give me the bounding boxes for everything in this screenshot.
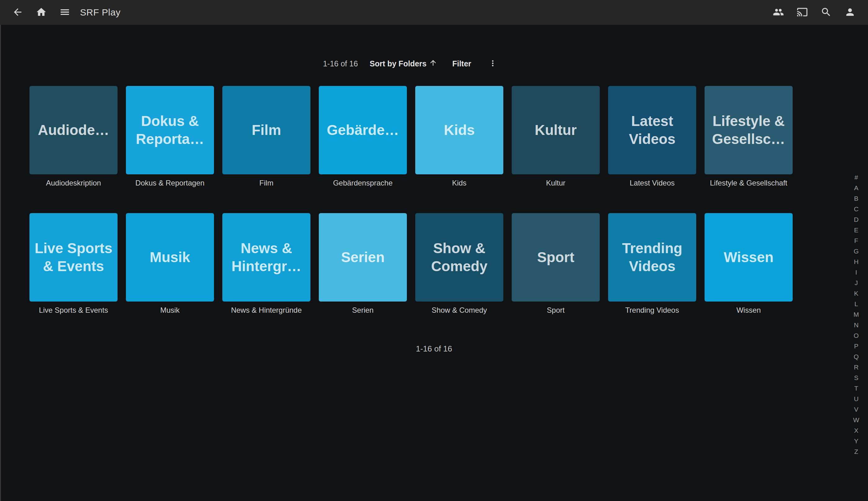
alphabet-letter[interactable]: J <box>848 278 864 288</box>
syncplay-button[interactable] <box>772 7 784 18</box>
alphabet-letter[interactable]: U <box>848 394 864 404</box>
alphabet-letter[interactable]: W <box>848 415 864 425</box>
alphabet-letter[interactable]: Y <box>848 436 864 446</box>
alphabet-letter[interactable]: H <box>848 257 864 267</box>
alphabet-letter[interactable]: V <box>848 404 864 415</box>
folder-cell: Trending Videos Trending Videos <box>608 213 696 340</box>
folder-tile[interactable]: Sport <box>512 213 600 301</box>
home-icon <box>36 7 47 19</box>
folder-tile[interactable]: Kultur <box>512 86 600 174</box>
folder-tile[interactable]: Musik <box>126 213 214 301</box>
back-button[interactable] <box>12 7 24 18</box>
folder-tile[interactable]: Gebärde… <box>319 86 407 174</box>
folder-label: Serien <box>352 306 373 315</box>
alphabet-letter[interactable]: Q <box>848 351 864 362</box>
folder-label: Show & Comedy <box>432 306 487 315</box>
user-button[interactable] <box>844 7 856 18</box>
folder-cell: Show & Comedy Show & Comedy <box>415 213 503 340</box>
folder-tile-title: Lifestyle & Gesellsc… <box>708 112 789 148</box>
arrow-up-icon <box>429 58 437 69</box>
folder-tile[interactable]: Live Sports & Events <box>30 213 118 301</box>
folder-label: Kultur <box>546 179 566 188</box>
home-button[interactable] <box>35 7 47 18</box>
alphabet-letter[interactable]: N <box>848 320 864 330</box>
alphabet-letter[interactable]: O <box>848 330 864 341</box>
folder-tile[interactable]: Lifestyle & Gesellsc… <box>705 86 793 174</box>
alphabet-letter[interactable]: C <box>848 204 864 214</box>
folder-tile-title: Kultur <box>535 121 576 139</box>
folder-tile[interactable]: Wissen <box>705 213 793 301</box>
alphabet-letter[interactable]: S <box>848 373 864 383</box>
folder-tile[interactable]: Serien <box>319 213 407 301</box>
alphabet-letter[interactable]: T <box>848 383 864 394</box>
more-options-button[interactable] <box>487 58 499 70</box>
folder-cell: Live Sports & Events Live Sports & Event… <box>30 213 118 340</box>
folder-cell: Kids Kids <box>415 86 503 213</box>
folder-cell: Lifestyle & Gesellsc… Lifestyle & Gesell… <box>705 86 793 213</box>
alphabet-letter[interactable]: R <box>848 362 864 373</box>
alphabet-letter[interactable]: P <box>848 341 864 351</box>
alphabet-letter[interactable]: A <box>848 183 864 193</box>
sort-button-label: Sort by Folders <box>370 59 426 68</box>
alphabet-letter[interactable]: D <box>848 214 864 225</box>
alphabet-letter[interactable]: I <box>848 267 864 278</box>
footer-item-count: 1-16 of 16 <box>0 342 868 355</box>
search-icon <box>821 7 832 19</box>
window-edge-line <box>0 25 1 501</box>
folder-cell: Film Film <box>223 86 311 213</box>
folder-label: Wissen <box>737 306 761 315</box>
folder-tile[interactable]: News & Hintergr… <box>223 213 311 301</box>
folder-label: Musik <box>160 306 180 315</box>
folder-tile[interactable]: Show & Comedy <box>415 213 503 301</box>
item-count-label: 1-16 of 16 <box>323 59 358 68</box>
folder-tile-title: Wissen <box>724 248 774 266</box>
folder-tile-title: Show & Comedy <box>419 239 500 276</box>
alphabet-letter[interactable]: Z <box>848 446 864 457</box>
folder-tile[interactable]: Audiode… <box>30 86 118 174</box>
folder-tile-title: Audiode… <box>38 121 109 139</box>
folder-tile-title: Musik <box>150 248 190 266</box>
filter-button[interactable]: Filter <box>449 57 474 70</box>
cast-button[interactable] <box>796 7 808 18</box>
alphabet-letter[interactable]: F <box>848 235 864 246</box>
folder-tile-title: Latest Videos <box>612 112 693 148</box>
alphabet-letter[interactable]: X <box>848 425 864 436</box>
alphabet-letter[interactable]: M <box>848 309 864 320</box>
sort-button[interactable]: Sort by Folders <box>367 57 440 71</box>
folder-label: Kids <box>452 179 467 188</box>
folder-cell: Kultur Kultur <box>512 86 600 213</box>
folder-tile[interactable]: Trending Videos <box>608 213 696 301</box>
folder-cell: Musik Musik <box>126 213 214 340</box>
cast-icon <box>797 7 808 19</box>
filter-button-label: Filter <box>452 59 471 68</box>
alphabet-letter[interactable]: K <box>848 288 864 299</box>
folder-cell: Serien Serien <box>319 213 407 340</box>
folder-label: Latest Videos <box>630 179 675 188</box>
alphabet-letter[interactable]: G <box>848 246 864 257</box>
folder-tile-title: Dokus & Reporta… <box>130 112 210 148</box>
menu-button[interactable] <box>59 7 71 18</box>
alphabet-letter[interactable]: # <box>848 172 864 183</box>
alphabet-picker: #ABCDEFGHIJKLMNOPQRSTUVWXYZ <box>848 172 864 457</box>
folder-tile-title: Serien <box>341 248 385 266</box>
folder-tile-title: Film <box>252 121 281 139</box>
folder-tile-title: Sport <box>537 248 574 266</box>
folder-tile[interactable]: Latest Videos <box>608 86 696 174</box>
search-button[interactable] <box>820 7 832 18</box>
app-bar: SRF Play <box>0 0 868 25</box>
folder-label: Audiodeskription <box>46 179 101 188</box>
folder-label: Lifestyle & Gesellschaft <box>710 179 787 188</box>
folder-tile[interactable]: Dokus & Reporta… <box>126 86 214 174</box>
alphabet-letter[interactable]: E <box>848 225 864 235</box>
folder-label: Trending Videos <box>625 306 679 315</box>
folder-tile[interactable]: Film <box>223 86 311 174</box>
app-window: SRF Play <box>0 0 868 501</box>
alphabet-letter[interactable]: L <box>848 299 864 309</box>
folder-label: News & Hintergründe <box>231 306 302 315</box>
alphabet-letter[interactable]: B <box>848 193 864 204</box>
folder-cell: News & Hintergr… News & Hintergründe <box>223 213 311 340</box>
page-title: SRF Play <box>80 7 121 18</box>
folder-label: Gebärdensprache <box>333 179 393 188</box>
folder-tile-title: Gebärde… <box>327 121 399 139</box>
folder-tile[interactable]: Kids <box>415 86 503 174</box>
